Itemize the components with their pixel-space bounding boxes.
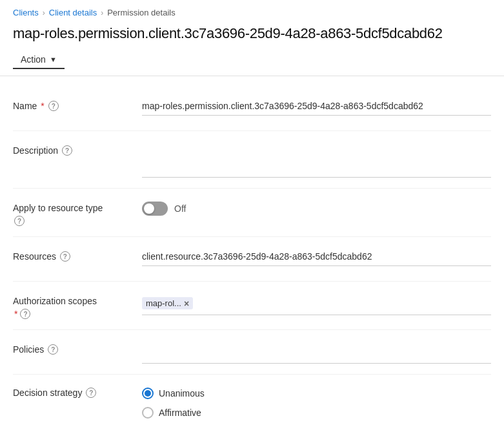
auth-scopes-help-icon[interactable]: ?: [20, 309, 30, 319]
resource-type-toggle[interactable]: [142, 202, 168, 216]
policies-label: Policies ?: [13, 340, 142, 355]
auth-scopes-tag-input[interactable]: map-rol... ×: [142, 292, 491, 315]
name-input[interactable]: [142, 97, 491, 116]
chevron-down-icon: ▼: [50, 56, 57, 63]
auth-scopes-label-text: Authorization scopes: [13, 296, 97, 306]
apply-resource-value: Off: [142, 199, 491, 222]
breadcrumb-sep-2: ›: [101, 8, 103, 17]
radio-unanimous-circle: [142, 388, 154, 399]
apply-resource-label-text: Apply to resource type: [13, 203, 103, 213]
scope-chip-close[interactable]: ×: [184, 299, 189, 308]
resources-value: [142, 247, 491, 271]
auth-scopes-label-top: Authorization scopes: [13, 296, 142, 306]
policies-label-text: Policies: [13, 344, 44, 355]
policies-help-icon[interactable]: ?: [48, 344, 58, 355]
description-label: Description ?: [13, 141, 142, 156]
breadcrumb-sep-1: ›: [43, 8, 45, 17]
decision-strategy-radio-group: Unanimous Affirmative Consensus: [142, 385, 205, 425]
policies-tag-input[interactable]: [142, 340, 491, 364]
description-row: Description ?: [13, 131, 491, 189]
resources-help-icon[interactable]: ?: [60, 251, 70, 262]
decision-strategy-label: Decision strategy ?: [13, 385, 142, 398]
scope-chip-label: map-rol...: [146, 298, 181, 308]
name-row: Name * ?: [13, 87, 491, 131]
auth-scopes-sub-help: * ?: [13, 309, 142, 319]
action-bar: Action ▼: [0, 48, 504, 76]
scope-chip: map-rol... ×: [142, 297, 193, 309]
description-input[interactable]: [142, 141, 491, 178]
apply-resource-label-stack: Apply to resource type ?: [13, 199, 142, 226]
resources-row: Resources ?: [13, 237, 491, 282]
radio-affirmative[interactable]: Affirmative: [142, 407, 205, 419]
auth-scopes-required: *: [14, 309, 17, 319]
name-required: *: [41, 101, 44, 111]
decision-strategy-help-icon[interactable]: ?: [86, 388, 96, 398]
resources-label-text: Resources: [13, 251, 56, 262]
breadcrumb-current: Permission details: [107, 8, 176, 17]
decision-strategy-row: Decision strategy ? Unanimous Affirmativ…: [13, 375, 491, 425]
radio-affirmative-circle: [142, 407, 154, 419]
policies-value: [142, 340, 491, 364]
form-container: Name * ? Description ? Apply to resource…: [0, 76, 504, 425]
resources-input[interactable]: [142, 247, 491, 266]
policies-row: Policies ?: [13, 330, 491, 375]
description-label-text: Description: [13, 145, 58, 156]
name-value: [142, 97, 491, 120]
toggle-container: Off: [142, 199, 186, 216]
auth-scopes-label-stack: Authorization scopes * ?: [13, 292, 142, 319]
resources-label: Resources ?: [13, 247, 142, 262]
apply-resource-row: Apply to resource type ? Off: [13, 189, 491, 237]
radio-unanimous[interactable]: Unanimous: [142, 388, 205, 399]
auth-scopes-value: map-rol... ×: [142, 292, 491, 315]
description-help-icon[interactable]: ?: [62, 145, 72, 156]
action-button-label: Action: [21, 54, 46, 65]
apply-resource-help-icon[interactable]: ?: [14, 216, 25, 226]
apply-resource-label-top: Apply to resource type: [13, 203, 142, 213]
apply-resource-sub-help: ?: [13, 216, 142, 226]
description-value: [142, 141, 491, 178]
action-button[interactable]: Action ▼: [13, 51, 65, 69]
radio-unanimous-label: Unanimous: [159, 388, 205, 399]
breadcrumb-client-details[interactable]: Client details: [49, 8, 97, 17]
breadcrumb: Clients › Client details › Permission de…: [0, 0, 504, 23]
page-title: map-roles.permission.client.3c7a3696-25d…: [0, 23, 504, 48]
auth-scopes-row: Authorization scopes * ? map-rol... ×: [13, 282, 491, 330]
radio-affirmative-label: Affirmative: [159, 408, 201, 418]
decision-strategy-label-text: Decision strategy: [13, 388, 82, 398]
decision-strategy-value: Unanimous Affirmative Consensus: [142, 385, 491, 425]
name-label: Name * ?: [13, 97, 142, 111]
toggle-off-label: Off: [174, 203, 186, 214]
name-label-text: Name: [13, 101, 37, 111]
breadcrumb-clients[interactable]: Clients: [13, 8, 39, 17]
toggle-thumb: [144, 203, 154, 214]
name-help-icon[interactable]: ?: [48, 101, 59, 111]
